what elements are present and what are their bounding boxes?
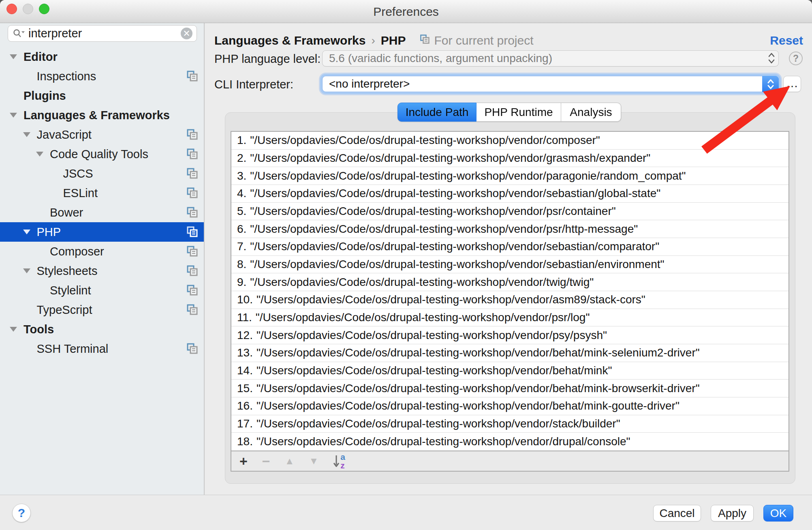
cli-interpreter-label: CLI Interpreter: (214, 78, 293, 91)
language-level-select[interactable]: 5.6 (variadic functions, argument unpack… (322, 50, 779, 67)
include-path-value: "/Users/opdavies/Code/os/drupal-testing-… (256, 399, 680, 412)
include-path-row[interactable]: 8. "/Users/opdavies/Code/os/drupal-testi… (231, 256, 788, 274)
include-path-row[interactable]: 9. "/Users/opdavies/Code/os/drupal-testi… (231, 273, 788, 291)
apply-button[interactable]: Apply (711, 505, 754, 521)
add-path-button[interactable]: + (239, 454, 248, 468)
sidebar-item-label: SSH Terminal (37, 342, 109, 356)
settings-tree: Editor Inspections Plugins Languages & F… (0, 47, 204, 495)
include-path-row[interactable]: 3. "/Users/opdavies/Code/os/drupal-testi… (231, 167, 788, 185)
sidebar-item-eslint[interactable]: ESLint (0, 183, 204, 203)
stepper-arrows-icon (768, 52, 775, 64)
include-path-row[interactable]: 10. "/Users/opdavies/Code/os/drupal-test… (231, 291, 788, 309)
include-path-value: "/Users/opdavies/Code/os/drupal-testing-… (250, 187, 660, 200)
sort-alphabetically-button[interactable]: a z (333, 453, 345, 470)
clear-search-icon[interactable]: ✕ (181, 28, 192, 39)
sidebar-item-label: PHP (37, 225, 61, 239)
move-up-button[interactable]: ▲ (285, 456, 295, 466)
sidebar-item-bower[interactable]: Bower (0, 203, 204, 222)
include-path-value: "/Users/opdavies/Code/os/drupal-testing-… (250, 205, 615, 218)
include-path-value: "/Users/opdavies/Code/os/drupal-testing-… (256, 311, 590, 324)
sort-arrow-icon (333, 454, 340, 468)
include-path-list: 1. "/Users/opdavies/Code/os/drupal-testi… (231, 131, 789, 451)
list-toolbar: + − ▲ ▼ a z (231, 451, 789, 472)
tab-include-path[interactable]: Include Path (397, 103, 477, 122)
disclosure-arrow-icon[interactable] (36, 152, 50, 157)
search-input[interactable]: interpreter ✕ (8, 25, 197, 42)
sidebar-item-php[interactable]: PHP (0, 222, 204, 242)
copy-settings-icon (186, 265, 198, 277)
include-path-number: 3. (237, 170, 246, 182)
include-path-row[interactable]: 11. "/Users/opdavies/Code/os/drupal-test… (231, 309, 788, 327)
include-path-number: 17. (237, 417, 253, 430)
disclosure-arrow-icon[interactable] (10, 54, 24, 59)
copy-settings-icon (186, 70, 198, 82)
sidebar-item-stylesheets[interactable]: Stylesheets (0, 261, 204, 281)
include-path-row[interactable]: 16. "/Users/opdavies/Code/os/drupal-test… (231, 397, 788, 415)
include-path-value: "/Users/opdavies/Code/os/drupal-testing-… (256, 346, 700, 359)
ok-button[interactable]: OK (763, 505, 793, 521)
disclosure-arrow-icon[interactable] (10, 327, 24, 332)
sidebar-item-editor[interactable]: Editor (0, 47, 204, 67)
include-path-row[interactable]: 15. "/Users/opdavies/Code/os/drupal-test… (231, 380, 788, 397)
sidebar-item-languages-frameworks[interactable]: Languages & Frameworks (0, 105, 204, 125)
disclosure-arrow-icon[interactable] (23, 268, 37, 273)
tab-php-runtime[interactable]: PHP Runtime (477, 103, 561, 122)
breadcrumb-section: Languages & Frameworks (214, 34, 365, 47)
include-path-value: "/Users/opdavies/Code/os/drupal-testing-… (256, 329, 607, 342)
sidebar-item-composer[interactable]: Composer (0, 242, 204, 261)
sidebar-item-ssh-terminal[interactable]: SSH Terminal (0, 339, 204, 358)
cancel-button[interactable]: Cancel (653, 505, 701, 521)
include-path-number: 16. (237, 399, 253, 412)
include-path-row[interactable]: 12. "/Users/opdavies/Code/os/drupal-test… (231, 326, 788, 344)
move-down-button[interactable]: ▼ (309, 456, 318, 466)
sidebar-item-typescript[interactable]: TypeScript (0, 300, 204, 320)
sort-letter-z: z (340, 461, 345, 470)
sidebar-item-jscs[interactable]: JSCS (0, 164, 204, 183)
remove-path-button[interactable]: − (262, 454, 270, 468)
include-path-row[interactable]: 5. "/Users/opdavies/Code/os/drupal-testi… (231, 203, 788, 221)
include-path-row[interactable]: 4. "/Users/opdavies/Code/os/drupal-testi… (231, 185, 788, 203)
language-level-help-icon[interactable]: ? (789, 51, 803, 65)
language-level-value: 5.6 (variadic functions, argument unpack… (329, 52, 552, 65)
include-path-row[interactable]: 17. "/Users/opdavies/Code/os/drupal-test… (231, 415, 788, 433)
php-tabs: Include PathPHP RuntimeAnalysis (397, 103, 621, 122)
include-path-row[interactable]: 14. "/Users/opdavies/Code/os/drupal-test… (231, 362, 788, 380)
copy-settings-icon (186, 167, 198, 180)
help-button[interactable]: ? (12, 504, 31, 522)
sidebar-item-label: JavaScript (37, 128, 92, 142)
include-path-value: "/Users/opdavies/Code/os/drupal-testing-… (256, 293, 645, 306)
disclosure-arrow-icon[interactable] (23, 230, 37, 234)
breadcrumb-page: PHP (381, 34, 406, 47)
tab-analysis[interactable]: Analysis (561, 103, 621, 122)
sidebar-item-stylelint[interactable]: Stylelint (0, 281, 204, 300)
copy-settings-icon (186, 304, 198, 316)
include-path-row[interactable]: 7. "/Users/opdavies/Code/os/drupal-testi… (231, 238, 788, 256)
sidebar-item-code-quality-tools[interactable]: Code Quality Tools (0, 144, 204, 164)
include-path-row[interactable]: 6. "/Users/opdavies/Code/os/drupal-testi… (231, 220, 788, 238)
copy-settings-icon (419, 34, 430, 45)
sidebar-item-label: Composer (50, 245, 104, 258)
browse-interpreters-button[interactable]: … (783, 76, 801, 92)
include-path-value: "/Users/opdavies/Code/os/drupal-testing-… (250, 134, 600, 147)
sidebar-item-plugins[interactable]: Plugins (0, 86, 204, 105)
search-input-value: interpreter (28, 27, 181, 40)
include-path-row[interactable]: 13. "/Users/opdavies/Code/os/drupal-test… (231, 344, 788, 362)
sidebar-item-tools[interactable]: Tools (0, 320, 204, 339)
sidebar-item-inspections[interactable]: Inspections (0, 67, 204, 86)
sidebar-item-label: ESLint (63, 187, 98, 200)
breadcrumb-separator: › (371, 34, 375, 47)
include-path-value: "/Users/opdavies/Code/os/drupal-testing-… (256, 435, 630, 448)
include-path-row[interactable]: 18. "/Users/opdavies/Code/os/drupal-test… (231, 433, 788, 451)
sidebar-item-javascript[interactable]: JavaScript (0, 125, 204, 144)
disclosure-arrow-icon[interactable] (10, 113, 24, 118)
disclosure-arrow-icon[interactable] (23, 132, 37, 137)
include-path-number: 5. (237, 205, 246, 218)
include-path-row[interactable]: 2. "/Users/opdavies/Code/os/drupal-testi… (231, 150, 788, 167)
reset-link[interactable]: Reset (770, 32, 803, 49)
cli-interpreter-select[interactable]: <no interpreter> (322, 76, 779, 92)
include-path-row[interactable]: 1. "/Users/opdavies/Code/os/drupal-testi… (231, 132, 788, 150)
sidebar-item-label: Stylelint (50, 284, 91, 297)
search-options-chevron-icon (21, 31, 25, 33)
include-path-number: 7. (237, 240, 246, 253)
include-path-value: "/Users/opdavies/Code/os/drupal-testing-… (250, 258, 664, 271)
